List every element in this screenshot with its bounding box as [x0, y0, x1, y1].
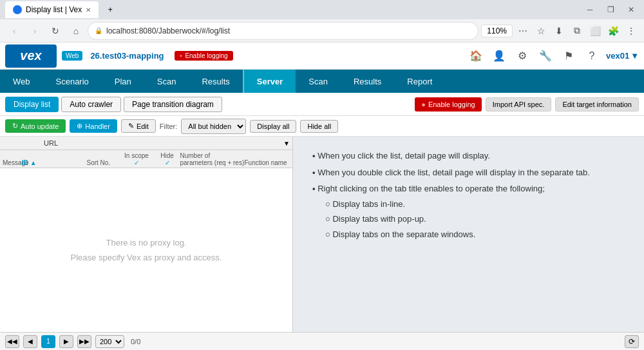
- back-btn[interactable]: ‹: [5, 22, 23, 40]
- collapse-icon[interactable]: ▼: [283, 140, 290, 147]
- status-refresh-btn[interactable]: ⟳: [625, 335, 639, 348]
- sub-tab-page-transition[interactable]: Page transition diagram: [124, 97, 222, 112]
- tab-favicon: [13, 5, 22, 14]
- restore-btn[interactable]: ❐: [603, 2, 618, 17]
- empty-line1: There is no proxy log.: [106, 235, 186, 250]
- web-badge: Web: [62, 51, 82, 61]
- history-btn[interactable]: ⧉: [569, 23, 585, 39]
- people-icon-btn[interactable]: 👤: [490, 47, 508, 65]
- tab-results[interactable]: Results: [189, 70, 242, 93]
- home-btn[interactable]: ⌂: [67, 22, 85, 40]
- address-bar[interactable]: 🔒 localhost:8080/Jabberwock/#/log/list: [88, 22, 478, 40]
- tab-scan[interactable]: Scan: [144, 70, 189, 93]
- col-header-id[interactable]: ID ▲: [22, 159, 41, 166]
- col-header-hide[interactable]: Hide ✓: [155, 152, 180, 166]
- header-actions: 🏠 👤 ⚙ 🔧 ⚑ ? vex01 ▼: [467, 47, 639, 65]
- new-tab-btn[interactable]: +: [102, 2, 118, 17]
- handler-icon: ⊕: [77, 122, 82, 130]
- user-btn[interactable]: vex01 ▼: [606, 51, 639, 61]
- browser-nav-bar: ‹ › ↻ ⌂ 🔒 localhost:8080/Jabberwock/#/lo…: [0, 19, 644, 43]
- tab-close-btn[interactable]: ✕: [86, 6, 91, 14]
- tab-grid-btn[interactable]: ⬜: [587, 23, 603, 39]
- empty-line2: Please specify Vex as proxy and access.: [71, 250, 222, 265]
- tab-web[interactable]: Web: [0, 70, 43, 93]
- sub-tab-display-list[interactable]: Display list: [5, 97, 59, 112]
- gear-icon-btn[interactable]: ⚙: [513, 47, 531, 65]
- more-actions-btn[interactable]: ⋯: [515, 23, 531, 39]
- home-icon-btn[interactable]: 🏠: [467, 47, 485, 65]
- page-1-btn[interactable]: 1: [41, 335, 55, 348]
- per-page-select[interactable]: 50 100 200 500: [95, 335, 124, 348]
- handler-btn[interactable]: ⊕ Handler: [70, 119, 117, 133]
- tab-plan[interactable]: Plan: [102, 70, 144, 93]
- info-bullet-2: When you double click the list, detail p…: [312, 166, 625, 179]
- auto-update-btn[interactable]: ↻ Auto update: [5, 119, 66, 133]
- server-group: Server Scan Results Report: [243, 70, 446, 93]
- browser-tab[interactable]: Display list | Vex ✕: [5, 1, 99, 18]
- close-btn[interactable]: ✕: [623, 2, 639, 17]
- proxy-panel: URL ▼ Message ID ▲ Sort No. In scope ✓: [0, 137, 293, 332]
- col-header-in-scope[interactable]: In scope ✓: [119, 152, 155, 166]
- sub-tab-auto-crawler[interactable]: Auto crawler: [61, 97, 121, 112]
- address-text: localhost:8080/Jabberwock/#/log/list: [106, 26, 471, 35]
- info-sub-1: Display tabs in-line.: [325, 198, 625, 211]
- nav-tabs: Web Scenario Plan Scan Results Server Sc…: [0, 70, 644, 93]
- prev-page-btn[interactable]: ◀: [23, 335, 37, 348]
- extension-btn[interactable]: 🧩: [605, 23, 621, 39]
- help-icon-btn[interactable]: ?: [583, 47, 601, 65]
- filter-select[interactable]: All but hidden All In scope only Hidden …: [181, 119, 246, 134]
- info-bullet-3: Right clicking on the tab title enables …: [312, 182, 625, 240]
- download-btn[interactable]: ⬇: [551, 23, 567, 39]
- tab-title: Display list | Vex: [26, 5, 82, 14]
- info-sub-bullets: Display tabs in-line. Display tabs with …: [325, 198, 625, 241]
- info-sub-2: Display tabs with pop-up.: [325, 213, 625, 226]
- toolbar: ↻ Auto update ⊕ Handler ✎ Edit Filter: A…: [0, 116, 644, 137]
- info-sub-3: Display tabs on the separate windows.: [325, 228, 625, 241]
- window-controls: ─ ❐ ✕: [582, 2, 639, 17]
- zoom-indicator: 110%: [481, 24, 513, 37]
- tab-scan2[interactable]: Scan: [296, 70, 341, 93]
- import-api-btn[interactable]: Import API spec.: [486, 97, 552, 112]
- browser-title-bar: Display list | Vex ✕ + ─ ❐ ✕: [0, 0, 644, 19]
- sub-nav-actions: Enable logging Import API spec. Edit tar…: [415, 97, 639, 112]
- col-header-sort[interactable]: Sort No.: [87, 159, 119, 166]
- flag-icon-btn[interactable]: ⚑: [560, 47, 578, 65]
- project-name: 26.test03-mapping: [90, 51, 164, 61]
- edit-target-btn[interactable]: Edit target information: [555, 97, 639, 112]
- tab-scenario[interactable]: Scenario: [43, 70, 102, 93]
- main-content: URL ▼ Message ID ▲ Sort No. In scope ✓: [0, 137, 644, 332]
- forward-btn[interactable]: ›: [26, 22, 44, 40]
- empty-state: There is no proxy log. Please specify Ve…: [0, 168, 292, 332]
- info-panel: When you click the list, detail page wil…: [293, 137, 644, 332]
- next-page-btn[interactable]: ▶: [59, 335, 73, 348]
- tool-icon-btn[interactable]: 🔧: [536, 47, 554, 65]
- minimize-btn[interactable]: ─: [582, 2, 598, 17]
- filter-label: Filter:: [160, 122, 178, 130]
- info-bullets: When you click the list, detail page wil…: [312, 150, 625, 240]
- sub-nav: Display list Auto crawler Page transitio…: [0, 93, 644, 116]
- last-page-btn[interactable]: ▶▶: [77, 335, 91, 348]
- col-header-params: Number of parameters (req + res): [180, 152, 245, 166]
- count-label: 0/0: [131, 338, 140, 345]
- refresh-icon: ↻: [12, 122, 18, 130]
- first-page-btn[interactable]: ◀◀: [5, 335, 19, 348]
- col-header-url[interactable]: URL: [41, 138, 283, 148]
- enable-logging-header-btn[interactable]: Enable logging: [175, 51, 233, 61]
- edit-icon: ✎: [128, 122, 134, 130]
- tab-results2[interactable]: Results: [341, 70, 394, 93]
- enable-logging-btn[interactable]: Enable logging: [415, 97, 481, 112]
- lock-icon: 🔒: [95, 27, 102, 34]
- reload-btn[interactable]: ↻: [46, 22, 64, 40]
- settings-btn[interactable]: ⋮: [623, 23, 639, 39]
- app-header: vex Web 26.test03-mapping Enable logging…: [0, 43, 644, 70]
- col-header-message: Message: [3, 159, 22, 166]
- tab-report[interactable]: Report: [394, 70, 445, 93]
- vex-logo: vex: [5, 44, 57, 68]
- tab-server[interactable]: Server: [244, 70, 296, 93]
- hide-all-btn[interactable]: Hide all: [300, 120, 338, 133]
- display-all-btn[interactable]: Display all: [250, 120, 296, 133]
- bookmark-btn[interactable]: ☆: [533, 23, 549, 39]
- edit-btn[interactable]: ✎ Edit: [121, 119, 156, 133]
- info-bullet-1: When you click the list, detail page wil…: [312, 150, 625, 162]
- status-bar: ◀◀ ◀ 1 ▶ ▶▶ 50 100 200 500 0/0 ⟳: [0, 332, 644, 350]
